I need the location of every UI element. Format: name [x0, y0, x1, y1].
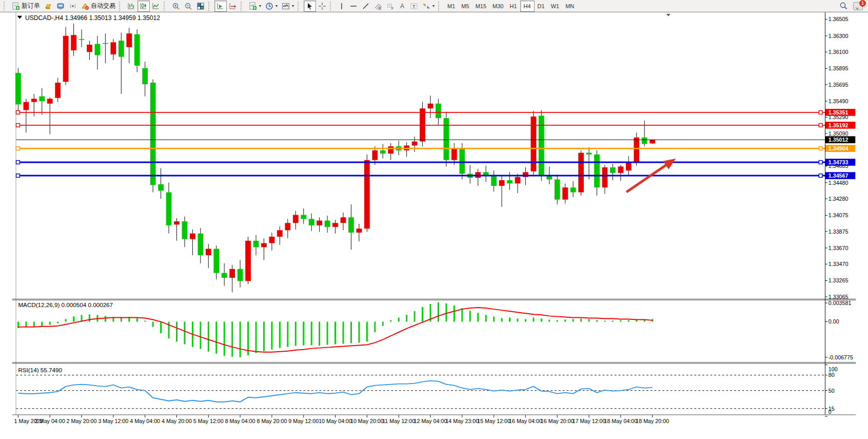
candle-body: [570, 187, 576, 192]
candle-body: [174, 221, 180, 224]
cursor-button[interactable]: [304, 1, 316, 12]
line-anchor[interactable]: [16, 147, 20, 150]
trendline-button[interactable]: [360, 1, 372, 12]
vertical-line-icon: [338, 2, 345, 10]
candle-body: [238, 269, 243, 281]
candle-body: [119, 41, 124, 56]
macd-bar: [485, 315, 487, 321]
bar-chart-button[interactable]: [125, 1, 137, 12]
line-anchor[interactable]: [16, 161, 20, 164]
timeframe-m1[interactable]: M1: [444, 1, 458, 11]
horizontal-line-button[interactable]: [347, 1, 360, 12]
axis-label: 1.33670: [828, 245, 849, 251]
notifications-icon[interactable]: 1: [853, 2, 863, 10]
line-anchor[interactable]: [16, 123, 20, 127]
market-button[interactable]: [42, 1, 54, 12]
line-anchor[interactable]: [819, 110, 822, 114]
price-badge-label: 1.35012: [828, 137, 849, 143]
line-anchor[interactable]: [16, 174, 20, 178]
macd-bar: [453, 306, 455, 322]
toolbar-grip[interactable]: [4, 2, 7, 11]
toolbar-grip[interactable]: [164, 2, 167, 11]
price-badge-label: 1.34733: [828, 159, 849, 165]
toolbar-grip[interactable]: [119, 2, 123, 11]
text-label-button[interactable]: T: [408, 1, 420, 12]
trend-arrow[interactable]: [626, 164, 667, 192]
auto-trading-button[interactable]: 自动交易: [79, 1, 117, 12]
toolbar-grip[interactable]: [241, 2, 244, 11]
macd-bar: [469, 311, 471, 321]
indicators-icon: [249, 2, 257, 10]
trend-arrow-head[interactable]: [663, 159, 676, 169]
macd-bar: [152, 322, 154, 327]
timeframe-m15[interactable]: M15: [472, 1, 489, 11]
toolbar-grip[interactable]: [298, 2, 301, 11]
timeframe-mn[interactable]: MN: [562, 1, 577, 11]
search-icon[interactable]: [839, 2, 848, 10]
vertical-line-button[interactable]: [336, 1, 347, 12]
channel-button[interactable]: E: [372, 1, 384, 12]
timeframe-h4[interactable]: H4: [520, 1, 535, 12]
time-label: 18 May 20:00: [636, 418, 669, 424]
arrows-icon: [422, 2, 430, 10]
macd-bar: [224, 322, 225, 356]
line-chart-button[interactable]: [150, 1, 162, 12]
zoom-in-button[interactable]: [170, 1, 182, 12]
main-toolbar: 新订单 自动交易 ▾ ▾: [0, 0, 868, 12]
time-label: 10 May 20:00: [350, 418, 384, 424]
auto-scroll-button[interactable]: [214, 1, 227, 12]
new-order-button[interactable]: 新订单: [10, 1, 42, 12]
toolbar-grip[interactable]: [438, 2, 442, 11]
macd-bar: [89, 314, 90, 321]
arrows-button[interactable]: ▾: [420, 1, 437, 12]
templates-button[interactable]: ▾: [280, 1, 296, 12]
line-anchor[interactable]: [819, 147, 822, 150]
chart-title: USDCAD-,H4 1.34966 1.35013 1.34959 1.350…: [25, 14, 160, 22]
candle-body: [15, 73, 21, 104]
time-label: 3 May 12:00: [98, 418, 128, 424]
toolbar-grip[interactable]: [208, 2, 212, 11]
candle-body: [388, 146, 393, 154]
line-anchor[interactable]: [819, 161, 822, 164]
tile-windows-button[interactable]: [194, 1, 207, 12]
macd-bar: [41, 322, 43, 326]
zoom-out-button[interactable]: [182, 1, 194, 12]
timeframe-m30[interactable]: M30: [489, 1, 506, 11]
time-label: 8 May 04:00: [225, 418, 255, 424]
chart-canvas[interactable]: 1.365051.363001.361001.358951.356951.354…: [0, 12, 868, 439]
periods-button[interactable]: ▾: [263, 1, 280, 12]
crosshair-button[interactable]: [316, 1, 328, 12]
timeframe-m5[interactable]: M5: [458, 1, 472, 11]
axis-label: 1.34480: [828, 180, 849, 186]
chart-shift-button[interactable]: [227, 1, 239, 12]
indicators-button[interactable]: ▾: [247, 1, 263, 12]
macd-bar: [327, 322, 328, 345]
chart-window: 1.365051.363001.361001.358951.356951.354…: [0, 12, 868, 439]
line-anchor[interactable]: [819, 174, 822, 178]
candlestick-chart-button[interactable]: [137, 1, 150, 12]
signals-button[interactable]: [54, 1, 67, 12]
time-label: 2 May 04:00: [35, 418, 65, 424]
timeframe-h1[interactable]: H1: [506, 1, 520, 11]
timeframe-d1[interactable]: D1: [535, 1, 548, 11]
candle-body: [87, 45, 92, 52]
timeframe-w1[interactable]: W1: [548, 1, 563, 11]
price-badge-label: 1.35351: [828, 109, 849, 116]
macd-bar: [612, 321, 614, 322]
fibonacci-button[interactable]: F: [384, 1, 397, 12]
symbol-dropdown-icon[interactable]: [17, 16, 22, 19]
macd-bar: [200, 322, 201, 349]
candle-body: [348, 217, 354, 233]
macd-bar: [517, 318, 519, 321]
line-anchor[interactable]: [819, 123, 822, 127]
macd-bar: [398, 317, 400, 321]
candle-body: [166, 193, 172, 225]
macd-bar: [438, 302, 439, 322]
macd-bar: [303, 322, 304, 346]
macd-bar: [231, 322, 233, 357]
line-anchor[interactable]: [16, 110, 20, 114]
broadcast-button[interactable]: [67, 1, 79, 12]
chart-shift-marker[interactable]: [666, 14, 670, 16]
toolbar-grip[interactable]: [330, 2, 333, 11]
text-button[interactable]: A: [397, 1, 408, 12]
